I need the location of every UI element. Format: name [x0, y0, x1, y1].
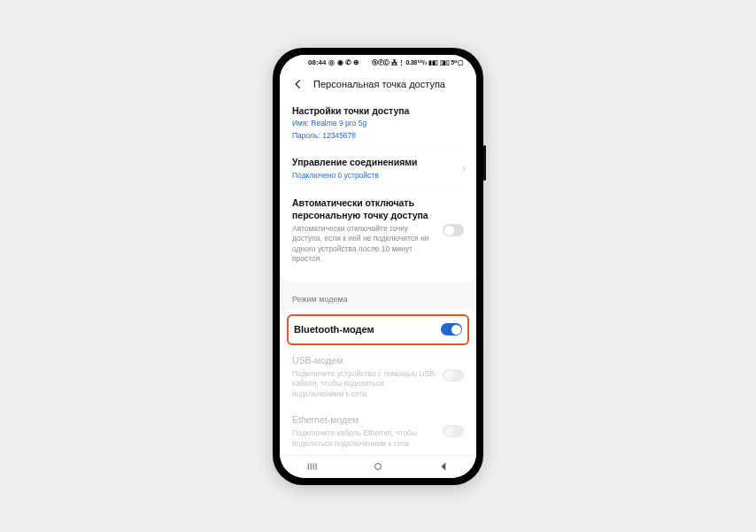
usb-modem-title: USB-модем: [292, 354, 437, 366]
ethernet-modem-title: Ethernet-модем: [292, 413, 437, 426]
modem-section-label: Режим модема: [280, 282, 476, 309]
connections-subtitle: Подключено 0 устройств: [292, 171, 464, 181]
ethernet-modem-toggle: [443, 425, 464, 437]
hotspot-settings-row[interactable]: Настройки точки доступа Имя: Realme 9 pr…: [292, 97, 464, 149]
nav-home-icon[interactable]: [372, 460, 384, 473]
chevron-right-icon: ›: [462, 162, 466, 174]
status-left-icons: ◎ ◉ ✆ ⊕: [328, 58, 359, 66]
nav-bar: [280, 455, 476, 478]
bluetooth-modem-title: Bluetooth-модем: [294, 323, 462, 336]
connections-title: Управление соединениями: [292, 156, 464, 168]
header: Персональная точка доступа: [280, 71, 476, 97]
hotspot-settings-title: Настройки точки доступа: [292, 104, 464, 117]
bluetooth-modem-row[interactable]: Bluetooth-модем: [287, 314, 469, 345]
modem-card: Bluetooth-модем USB-модем Подключите уст…: [280, 309, 476, 455]
auto-off-title: Автоматически отключать персональную точ…: [292, 197, 437, 221]
auto-off-desc: Автоматически отключайте точку доступа, …: [292, 224, 437, 265]
status-right-icons: ⓃⒻⒸ ⁂ ⋮ 0.38 ᵏᵇ/ₛ ▮▮▯ ▯▮▯ 5ᴳ ▢: [372, 58, 464, 67]
status-bar: 08:44 ◎ ◉ ✆ ⊕ ⓃⒻⒸ ⁂ ⋮ 0.38 ᵏᵇ/ₛ ▮▮▯ ▯▮▯ …: [280, 55, 476, 71]
auto-off-row[interactable]: Автоматически отключать персональную точ…: [292, 189, 464, 272]
ethernet-modem-desc: Подключите кабель Ethernet, чтобы подели…: [292, 428, 437, 449]
connections-row[interactable]: Управление соединениями Подключено 0 уст…: [292, 148, 464, 188]
bluetooth-modem-toggle[interactable]: [441, 323, 462, 335]
content: Настройки точки доступа Имя: Realme 9 pr…: [280, 97, 476, 455]
ethernet-modem-row: Ethernet-модем Подключите кабель Etherne…: [292, 406, 464, 454]
back-arrow-icon[interactable]: [292, 78, 305, 90]
usb-modem-row: USB-модем Подключите устройство с помощь…: [292, 345, 464, 407]
screen: 08:44 ◎ ◉ ✆ ⊕ ⓃⒻⒸ ⁂ ⋮ 0.38 ᵏᵇ/ₛ ▮▮▯ ▯▮▯ …: [280, 55, 476, 478]
hotspot-password: Пароль: 12345678: [292, 131, 464, 142]
status-time: 08:44: [308, 58, 326, 66]
page-title: Персональная точка доступа: [313, 79, 445, 89]
auto-off-toggle[interactable]: [443, 224, 464, 236]
usb-modem-toggle: [443, 369, 464, 382]
nav-recent-icon[interactable]: [306, 460, 319, 473]
phone-frame: 08:44 ◎ ◉ ✆ ⊕ ⓃⒻⒸ ⁂ ⋮ 0.38 ᵏᵇ/ₛ ▮▮▯ ▯▮▯ …: [273, 48, 483, 485]
hotspot-card: Настройки точки доступа Имя: Realme 9 pr…: [280, 97, 476, 282]
hotspot-name: Имя: Realme 9 pro 5g: [292, 119, 464, 129]
svg-point-0: [375, 464, 382, 470]
usb-modem-desc: Подключите устройство с помощью USB-кабе…: [292, 369, 437, 399]
nav-back-icon[interactable]: [437, 460, 450, 473]
